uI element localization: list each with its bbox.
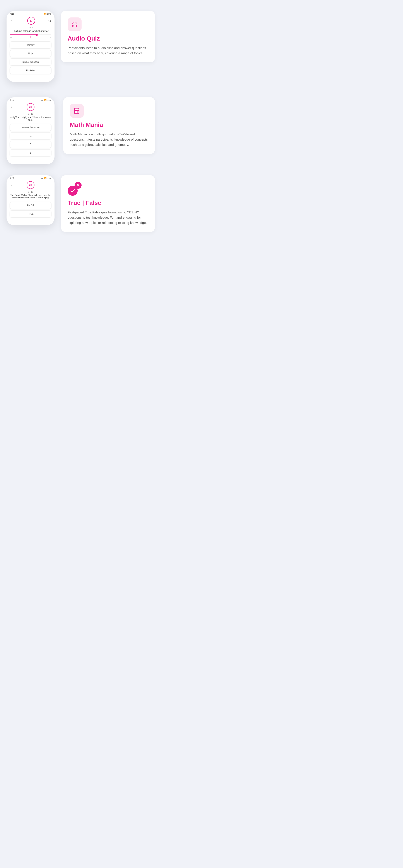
calculator-icon-box [70,104,84,118]
bookmark-button[interactable]: ⊘ [48,19,51,23]
svg-rect-7 [78,112,79,113]
option-2[interactable]: Roja [9,50,52,57]
x-circle [75,182,82,189]
quiz-options: Bombay Roja None of the above Rockstar [6,41,55,74]
true-false-card: True | False Fast-paced True/False quiz … [61,175,155,232]
battery-text-3: 37% [47,177,51,179]
status-icons-2: ▪▪▪ 📶 37% [41,99,51,101]
battery-text: 37% [47,13,51,15]
audio-thumb [35,34,38,36]
svg-rect-5 [75,112,76,113]
progress-text-2: 2 / 11 [6,113,55,115]
audio-start-time: 22 [10,36,12,38]
math-option-3[interactable]: 0 [9,141,52,148]
true-false-title: True | False [67,199,148,207]
audio-quiz-title: Audio Quiz [67,35,148,42]
phone-header: ← 27 ⊘ [6,16,55,26]
status-time: 4:18 [10,13,14,15]
checkmark-icon [70,188,76,193]
status-time-3: 4:30 [10,177,14,179]
status-icons-3: ▪▪▪ 📶 37% [41,177,51,179]
status-bar: 4:18 ▪▪▪ 📶 37% [6,11,55,16]
phone-header-3: ← 28 [6,180,55,191]
math-mania-card: Math Mania Math Mania is a math quiz wit… [63,97,155,154]
progress-text-3: 8 / 10 [6,191,55,193]
audio-quiz-card: Audio Quiz Participants listen to audio … [61,11,155,62]
tf-option-false[interactable]: FALSE [9,202,52,209]
tf-question: The Great Wall of China is longer than t… [6,194,55,202]
true-false-section: 4:30 ▪▪▪ 📶 37% ← 28 8 / 10 The Great Wal… [0,171,162,245]
status-bar-2: 4:27 ▪▪▪ 📶 37% [6,97,55,102]
audio-quiz-section: 4:18 ▪▪▪ 📶 37% ← 27 ⊘ 2 / 3 This tune be… [0,0,162,91]
true-false-desc: Fast-paced True/False quiz format using … [67,210,148,225]
math-mania-section: Math Mania Math Mania is a math quiz wit… [0,91,162,171]
svg-rect-2 [75,111,76,112]
tf-icon-box [67,182,82,196]
timer-circle: 27 [27,17,35,25]
option-4[interactable]: Rockstar [9,67,52,74]
x-icon [76,183,80,187]
progress-text: 2 / 3 [6,26,55,29]
math-quiz-options: None of the above -1 0 1 [6,124,55,156]
svg-rect-4 [78,111,79,112]
tf-quiz-options: FALSE TRUE [6,202,55,218]
audio-track[interactable] [10,34,51,35]
math-option-2[interactable]: -1 [9,132,52,140]
headphones-icon [71,21,78,28]
audio-icon-box [67,18,82,31]
phone-header-2: ← 28 [6,102,55,113]
status-bar-3: 4:30 ▪▪▪ 📶 37% [6,175,55,180]
svg-rect-1 [75,108,79,110]
math-question: sin²(θ) + cos²(θ) = x. What is the value… [6,116,55,124]
status-icons: ▪▪▪ 📶 37% [41,13,51,15]
audio-end-time: 30s [48,36,51,38]
audio-controls: 22 || 30s [6,34,55,41]
math-option-4[interactable]: 1 [9,149,52,156]
back-button-2[interactable]: ← [10,105,14,110]
timer-circle-3: 28 [27,181,34,189]
status-time-2: 4:27 [10,99,14,101]
math-mania-title: Math Mania [70,121,148,129]
timer-circle-2: 28 [27,103,34,111]
math-quiz-phone: 4:27 ▪▪▪ 📶 37% ← 28 2 / 11 sin²(θ) + cos… [6,97,55,164]
audio-fill [10,34,37,35]
audio-quiz-phone: 4:18 ▪▪▪ 📶 37% ← 27 ⊘ 2 / 3 This tune be… [6,11,55,82]
audio-pause-btn[interactable]: || [29,36,31,38]
option-1[interactable]: Bombay [9,41,52,49]
option-3[interactable]: None of the above [9,58,52,66]
battery-text-2: 37% [47,99,51,101]
tf-quiz-phone: 4:30 ▪▪▪ 📶 37% ← 28 8 / 10 The Great Wal… [6,175,55,225]
audio-quiz-desc: Participants listen to audio clips and a… [67,45,148,56]
back-button[interactable]: ← [10,19,14,23]
back-button-3[interactable]: ← [10,183,14,187]
question-text: This tune belongs to which movie? [6,30,55,34]
audio-times: 22 || 30s [10,36,51,38]
tf-option-true[interactable]: TRUE [9,210,52,218]
math-option-1[interactable]: None of the above [9,124,52,131]
svg-rect-6 [76,112,77,113]
calculator-icon [73,107,81,115]
math-mania-desc: Math Mania is a math quiz with LaTeX-bas… [70,132,148,147]
svg-rect-3 [76,111,77,112]
